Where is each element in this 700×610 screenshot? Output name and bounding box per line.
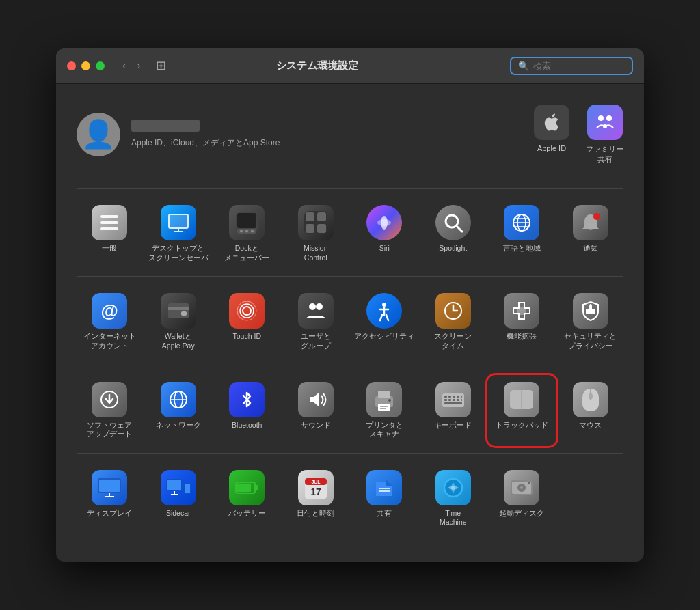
svg-point-51 — [388, 399, 391, 402]
pref-item-language[interactable]: 言語と地域 — [489, 199, 555, 268]
pref-item-touchid[interactable]: Touch ID — [214, 288, 280, 356]
search-box[interactable]: 🔍 — [510, 57, 633, 75]
extensions-label: 機能拡張 — [507, 332, 537, 342]
pref-item-network[interactable]: ネットワーク — [146, 376, 212, 445]
general-label: 一般 — [102, 244, 117, 253]
svg-text:JUL: JUL — [311, 480, 321, 484]
family-item[interactable]: ファミリー共有 — [586, 105, 623, 165]
siri-icon — [366, 205, 402, 240]
startup-icon — [504, 470, 539, 505]
window-title: システム環境設定 — [133, 59, 502, 72]
language-label: 言語と地域 — [503, 244, 541, 253]
pref-item-users[interactable]: ユーザとグループ — [283, 288, 349, 356]
svg-point-15 — [251, 230, 254, 232]
pref-item-internet[interactable]: @ インターネットアカウント — [77, 288, 143, 356]
pref-item-software[interactable]: ソフトウェアアップデート — [77, 376, 143, 445]
avatar-icon: 👤 — [81, 118, 116, 150]
language-icon — [504, 205, 539, 240]
pref-item-general[interactable]: 一般 — [77, 199, 143, 268]
pref-item-datetime[interactable]: JUL 17 日付と時刻 — [283, 465, 349, 533]
pref-grid-2: @ インターネットアカウント WalletとApple Pay — [77, 288, 623, 356]
svg-rect-75 — [185, 484, 190, 493]
svg-rect-53 — [444, 396, 447, 398]
touchid-icon — [229, 293, 265, 329]
close-button[interactable] — [67, 61, 76, 70]
minimize-button[interactable] — [81, 61, 90, 70]
startup-label: 起動ディスク — [499, 509, 544, 518]
pref-item-screentime[interactable]: スクリーンタイム — [420, 288, 487, 356]
divider-3 — [77, 365, 623, 365]
users-icon — [298, 293, 334, 329]
svg-point-13 — [240, 230, 243, 232]
network-label: ネットワーク — [156, 421, 201, 430]
pref-item-bluetooth[interactable]: Bluetooth — [214, 376, 280, 445]
svg-rect-19 — [306, 224, 314, 233]
notification-icon — [573, 205, 608, 240]
pref-item-printers[interactable]: プリンタとスキャナ — [351, 376, 418, 445]
sidecar-icon — [161, 470, 196, 505]
pref-item-mission[interactable]: MissionControl — [283, 199, 349, 268]
pref-item-startup[interactable]: 起動ディスク — [489, 465, 555, 533]
svg-rect-49 — [380, 406, 388, 407]
pref-item-trackpad[interactable]: トラックパッド — [489, 376, 555, 445]
security-label: セキュリティとプライバシー — [564, 332, 617, 350]
divider-2 — [77, 276, 623, 277]
touchid-label: Touch ID — [233, 332, 261, 342]
apple-id-item[interactable]: Apple ID — [534, 105, 569, 165]
svg-rect-41 — [517, 307, 526, 315]
battery-icon — [229, 470, 265, 505]
svg-rect-57 — [461, 396, 462, 398]
pref-item-desktop[interactable]: デスクトップとスクリーンセーバ — [146, 199, 212, 268]
sharing-icon — [366, 470, 402, 505]
software-label: ソフトウェアアップデート — [87, 421, 132, 439]
pref-item-timemachine[interactable]: TimeMachine — [420, 465, 487, 533]
pref-grid-4: ディスプレイ Sidecar — [77, 465, 623, 533]
svg-rect-58 — [444, 399, 447, 401]
svg-rect-17 — [306, 212, 314, 221]
pref-item-sharing[interactable]: 共有 — [351, 465, 418, 533]
wallet-icon — [161, 293, 196, 329]
svg-point-30 — [593, 213, 600, 220]
svg-point-37 — [309, 303, 316, 310]
pref-item-spotlight[interactable]: Spotlight — [420, 199, 487, 268]
pref-item-wallet[interactable]: WalletとApple Pay — [146, 288, 212, 356]
apple-id-label: Apple ID — [537, 144, 566, 152]
pref-grid-1: 一般 デスクトップとスクリーンセーバ — [77, 199, 623, 268]
pref-item-mouse[interactable]: マウス — [558, 376, 624, 445]
svg-point-39 — [382, 303, 386, 307]
avatar[interactable]: 👤 — [77, 113, 120, 156]
dock-icon — [229, 205, 265, 240]
pref-item-sound[interactable]: サウンド — [283, 376, 349, 445]
software-icon — [92, 382, 127, 417]
user-right: Apple ID ファミリー共有 — [534, 105, 623, 165]
pref-item-extensions[interactable]: 機能拡張 — [489, 288, 555, 356]
svg-rect-18 — [317, 212, 326, 221]
trackpad-icon — [504, 382, 539, 417]
user-info: Apple ID、iCloud、メディアとApp Store — [131, 120, 280, 149]
svg-rect-32 — [168, 307, 189, 310]
fullscreen-button[interactable] — [96, 61, 105, 70]
trackpad-label: トラックパッド — [496, 421, 548, 430]
traffic-lights — [67, 61, 105, 70]
back-button[interactable]: ‹ — [118, 58, 130, 73]
siri-label: Siri — [379, 244, 390, 253]
datetime-icon: JUL 17 — [298, 470, 334, 505]
pref-item-accessibility[interactable]: アクセシビリティ — [351, 288, 418, 356]
search-input[interactable] — [533, 61, 625, 71]
pref-item-notification[interactable]: 通知 — [558, 199, 624, 268]
svg-point-22 — [377, 219, 391, 226]
pref-item-security[interactable]: セキュリティとプライバシー — [558, 288, 624, 356]
pref-item-dock[interactable]: Dockとメニューバー — [214, 199, 280, 268]
pref-item-siri[interactable]: Siri — [351, 199, 418, 268]
pref-grid-3: ソフトウェアアップデート ネットワーク — [77, 376, 623, 445]
pref-item-sidecar[interactable]: Sidecar — [146, 465, 212, 533]
accessibility-label: アクセシビリティ — [354, 332, 414, 342]
desktop-label: デスクトップとスクリーンセーバ — [148, 244, 208, 262]
mouse-label: マウス — [579, 421, 602, 430]
svg-point-34 — [243, 307, 251, 315]
display-label: ディスプレイ — [87, 509, 132, 518]
pref-item-keyboard[interactable]: キーボード — [420, 376, 487, 445]
pref-item-display[interactable]: ディスプレイ — [77, 465, 143, 533]
system-preferences-window: ‹ › ⊞ システム環境設定 🔍 👤 Apple ID、iCloud、メディアと… — [56, 48, 644, 562]
pref-item-battery[interactable]: バッテリー — [214, 465, 280, 533]
